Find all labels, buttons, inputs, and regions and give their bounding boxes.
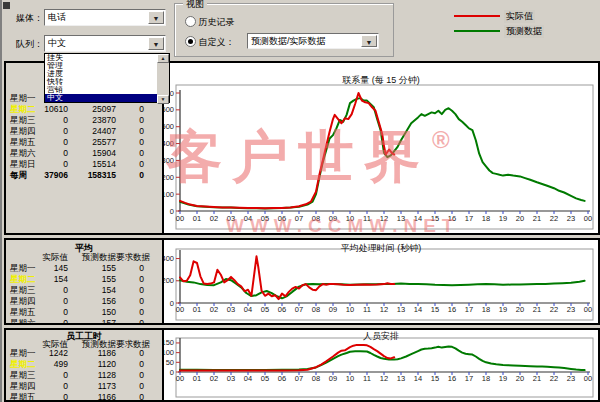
dropdown-scrollbar[interactable]: ▲ ▼: [157, 54, 169, 102]
table-row[interactable]: 星期四011730: [6, 381, 162, 392]
x-tick-label: 21: [533, 305, 541, 314]
value-cell: 0: [116, 137, 144, 148]
x-tick-label: 16: [448, 374, 456, 383]
custom-view-select[interactable]: 预测数据/实际数据 ▼: [247, 33, 379, 49]
x-tick-label: 18: [482, 374, 490, 383]
table-row[interactable]: 星期三011280: [6, 370, 162, 381]
x-tick-label: 22: [550, 305, 558, 314]
table-row[interactable]: 星期四01560: [6, 296, 162, 307]
queue-option[interactable]: 快转: [45, 78, 156, 86]
queue-option[interactable]: 管理: [45, 62, 156, 70]
history-radio-row[interactable]: 历史记录: [185, 16, 235, 29]
x-tick-label: 21: [533, 374, 541, 383]
chart-canvas: 0100200300400500600700000102030405060708…: [164, 63, 598, 233]
x-tick-label: 21: [533, 214, 541, 223]
table-row[interactable]: 每周379061583150: [6, 170, 162, 181]
value-cell: 0: [116, 126, 144, 137]
queue-select[interactable]: 中文 ▼: [44, 35, 166, 52]
table-row[interactable]: 星期五011660: [6, 392, 162, 400]
table-row[interactable]: 星期一124211860: [6, 348, 162, 359]
x-tick-label: 01: [193, 305, 201, 314]
queue-option[interactable]: 进度: [45, 70, 156, 78]
x-tick-label: 08: [312, 305, 320, 314]
table-row[interactable]: 星期六01570: [6, 318, 162, 323]
staffing-chart: 人员安排 05010015000010203040506070809101112…: [164, 330, 598, 400]
chevron-down-icon[interactable]: ▼: [361, 35, 377, 47]
media-select[interactable]: 电话 ▼: [44, 9, 166, 26]
value-cell: 1186: [68, 348, 116, 359]
value-cell: 0: [30, 296, 68, 307]
chevron-down-icon[interactable]: ▼: [148, 11, 164, 24]
queue-label: 队列：: [16, 38, 43, 51]
custom-radio-row[interactable]: 自定义：: [185, 36, 235, 49]
value-cell: 0: [116, 104, 144, 115]
staffing-panel: 员工工时实际值预测数据要求数据星期一124211860星期二49911200星期…: [4, 328, 600, 402]
value-cell: 0: [30, 159, 68, 170]
y-tick-label: 300: [164, 156, 174, 165]
x-tick-label: 16: [448, 214, 456, 223]
table-row[interactable]: 星期四0244070: [6, 126, 162, 137]
table-row[interactable]: 星期二1541550: [6, 274, 162, 285]
x-tick-label: 17: [465, 305, 473, 314]
y-tick-label: 0: [170, 368, 174, 377]
view-groupbox-title: 视图: [183, 0, 207, 11]
column-header: 预测数据: [68, 252, 116, 263]
x-tick-label: 03: [227, 305, 235, 314]
y-tick-label: 600: [164, 105, 174, 114]
queue-option[interactable]: 挂失: [45, 54, 156, 62]
scroll-up-icon[interactable]: ▲: [157, 54, 169, 63]
value-cell: 24407: [68, 126, 116, 137]
x-tick-label: 01: [193, 214, 201, 223]
x-tick-label: 12: [380, 214, 388, 223]
queue-option[interactable]: 中文: [45, 94, 169, 102]
value-cell: 0: [30, 148, 68, 159]
value-cell: 0: [116, 296, 144, 307]
x-tick-label: 11: [363, 214, 371, 223]
table-row[interactable]: 星期三01540: [6, 285, 162, 296]
chevron-down-icon[interactable]: ▼: [148, 37, 164, 50]
scroll-down-icon[interactable]: ▼: [157, 95, 169, 104]
x-tick-label: 15: [431, 374, 439, 383]
history-radio[interactable]: [185, 16, 196, 27]
x-tick-label: 20: [516, 374, 524, 383]
y-tick-label: 200: [164, 173, 174, 182]
value-cell: 0: [30, 115, 68, 126]
value-cell: 0: [116, 370, 144, 381]
x-tick-label: 04: [244, 214, 252, 223]
table-row[interactable]: 星期二10610250970: [6, 104, 162, 115]
x-tick-label: 04: [244, 305, 252, 314]
x-tick-label: 02: [210, 374, 218, 383]
x-tick-label: 19: [499, 214, 507, 223]
table-row[interactable]: 星期二49911200: [6, 359, 162, 370]
table-row[interactable]: 星期日0155140: [6, 159, 162, 170]
x-tick-label: 07: [295, 214, 303, 223]
table-row[interactable]: 星期五01500: [6, 307, 162, 318]
chart-title: 联系量 (每 15 分钟): [164, 74, 598, 87]
value-cell: 1120: [68, 359, 116, 370]
x-tick-label: 19: [499, 374, 507, 383]
value-cell: 150: [68, 307, 116, 318]
average-panel: 平均实际值预测数据要求数据星期一1451550星期二1541550星期三0154…: [4, 238, 600, 325]
value-cell: 155: [68, 274, 116, 285]
y-tick-label: 500: [164, 122, 174, 131]
value-cell: 0: [116, 381, 144, 392]
value-cell: 23870: [68, 115, 116, 126]
queue-value: 中文: [48, 38, 66, 48]
table-row[interactable]: 星期一1451550: [6, 263, 162, 274]
x-tick-label: 13: [397, 214, 405, 223]
forecast-legend-line: [454, 30, 500, 32]
table-row[interactable]: 星期五0255770: [6, 137, 162, 148]
x-tick-label: 14: [414, 374, 422, 383]
x-tick-label: 09: [329, 214, 337, 223]
value-cell: 0: [116, 159, 144, 170]
column-header: 实际值: [30, 252, 68, 263]
queue-option[interactable]: 营销: [45, 86, 156, 94]
value-cell: 0: [116, 307, 144, 318]
custom-radio[interactable]: [185, 36, 196, 47]
media-value: 电话: [48, 12, 66, 22]
table-row[interactable]: 星期六0159040: [6, 148, 162, 159]
table-row[interactable]: 星期三0238700: [6, 115, 162, 126]
value-cell: 1242: [30, 348, 68, 359]
x-tick-label: 05: [261, 374, 269, 383]
value-cell: 155: [68, 263, 116, 274]
